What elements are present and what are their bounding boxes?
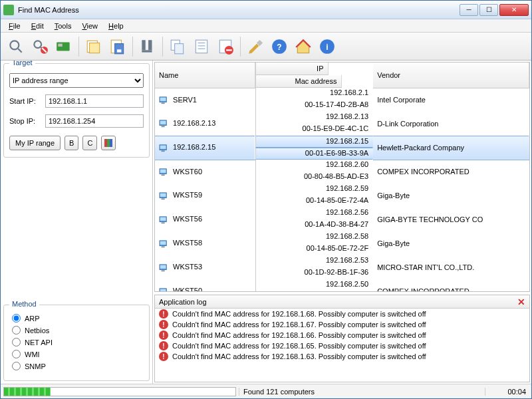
- svg-rect-18: [196, 40, 207, 53]
- table-row[interactable]: WKST53192.168.2.5300-1D-92-BB-1F-36MICRO…: [155, 255, 529, 279]
- help-button[interactable]: ?: [268, 35, 291, 58]
- menu-help[interactable]: Help: [103, 21, 129, 31]
- cell-ip: 192.168.2.58: [255, 231, 374, 243]
- cell-name: SERV1: [155, 88, 255, 112]
- method-radio[interactable]: [12, 338, 21, 346]
- svg-rect-40: [160, 145, 166, 148]
- log-panel: Application log ✕ !Couldn't find MAC add…: [154, 295, 530, 382]
- menu-file[interactable]: File: [3, 21, 26, 31]
- table-row[interactable]: 192.168.2.15192.168.2.1500-01-E6-9B-33-9…: [155, 136, 529, 160]
- cell-ip: 192.168.2.1: [255, 88, 374, 100]
- cell-mac: 00-1A-4D-38-B4-27: [255, 219, 374, 231]
- method-radio[interactable]: [12, 314, 21, 323]
- cell-ip: 192.168.2.53: [255, 255, 374, 267]
- log-row: !Couldn't find MAC address for 192.168.1…: [155, 330, 529, 340]
- svg-rect-12: [117, 49, 122, 52]
- svg-rect-58: [160, 289, 166, 292]
- maximize-button[interactable]: ☐: [479, 4, 498, 16]
- svg-rect-37: [160, 121, 166, 124]
- error-icon: !: [159, 341, 168, 350]
- open-button[interactable]: [82, 35, 105, 58]
- settings-button[interactable]: [244, 35, 267, 58]
- cell-mac: 00-01-E6-9B-33-9A: [255, 148, 374, 160]
- cell-ip: 192.168.2.56: [255, 207, 374, 219]
- svg-rect-15: [142, 50, 152, 52]
- home-button[interactable]: [292, 35, 315, 58]
- method-option[interactable]: SNMP: [9, 362, 144, 370]
- save-button[interactable]: [106, 35, 129, 58]
- cell-vendor: MICRO-STAR INT'L CO.,LTD.: [373, 255, 529, 279]
- log-text: Couldn't find MAC address for 192.168.1.…: [172, 331, 426, 339]
- method-option[interactable]: ARP: [9, 314, 144, 323]
- svg-rect-41: [162, 150, 165, 152]
- delete-button[interactable]: [214, 35, 237, 58]
- log-body[interactable]: !Couldn't find MAC address for 192.168.1…: [155, 309, 529, 382]
- class-c-button[interactable]: C: [82, 136, 97, 150]
- table-row[interactable]: SERV1192.168.2.100-15-17-4D-2B-A8Intel C…: [155, 88, 529, 112]
- cell-name: 192.168.2.15: [155, 136, 255, 160]
- start-ip-input[interactable]: [45, 94, 144, 108]
- menubar: File Edit Tools View Help: [1, 19, 531, 33]
- cell-mac: 00-15-17-4D-2B-A8: [255, 100, 374, 112]
- menu-view[interactable]: View: [76, 21, 103, 31]
- network-card-button[interactable]: [53, 35, 75, 58]
- stop-ip-label: Stop IP:: [9, 117, 41, 125]
- cell-ip: 192.168.2.13: [255, 112, 374, 124]
- method-radio[interactable]: [12, 350, 21, 358]
- cell-ip: 192.168.2.50: [255, 279, 374, 291]
- log-text: Couldn't find MAC address for 192.168.1.…: [172, 310, 426, 318]
- start-ip-label: Start IP:: [9, 97, 41, 105]
- table-row[interactable]: WKST60192.168.2.6000-80-48-B5-AD-E3COMPE…: [155, 160, 529, 184]
- table-row[interactable]: WKST58192.168.2.5800-14-85-0E-72-2FGiga-…: [155, 231, 529, 255]
- app-icon: [3, 5, 14, 15]
- cell-name: WKST53: [155, 255, 255, 279]
- col-ip[interactable]: IP: [255, 63, 329, 75]
- svg-point-2: [34, 41, 41, 48]
- cell-vendor: GIGA-BYTE TECHNOLOGY CO: [373, 207, 529, 231]
- close-button[interactable]: ✕: [499, 4, 529, 16]
- table-row[interactable]: WKST56192.168.2.5600-1A-4D-38-B4-27GIGA-…: [155, 207, 529, 231]
- stop-ip-input[interactable]: [45, 114, 144, 128]
- stop-scan-button[interactable]: [29, 35, 51, 58]
- cell-mac: 00-14-85-0E-72-4A: [255, 196, 374, 207]
- my-ip-range-button[interactable]: My IP range: [9, 136, 61, 150]
- toolbar: ? i: [1, 33, 531, 61]
- titlebar: Find MAC Address ─ ☐ ✕: [1, 1, 531, 19]
- cell-name: WKST59: [155, 184, 255, 207]
- menu-edit[interactable]: Edit: [26, 21, 49, 31]
- col-vendor[interactable]: Vendor: [373, 63, 529, 88]
- method-option[interactable]: NET API: [9, 338, 144, 346]
- table-row[interactable]: WKST59192.168.2.5900-14-85-0E-72-4AGiga-…: [155, 184, 529, 207]
- cell-ip: 192.168.2.59: [255, 184, 374, 196]
- color-picker-button[interactable]: [101, 136, 116, 150]
- table-row[interactable]: 192.168.2.13192.168.2.1300-15-E9-DE-4C-1…: [155, 112, 529, 136]
- cell-name: WKST58: [155, 231, 255, 255]
- target-mode-select[interactable]: IP address range: [9, 73, 144, 88]
- col-name[interactable]: Name: [155, 63, 255, 88]
- method-option[interactable]: WMI: [9, 350, 144, 358]
- cell-vendor: COMPEX INCORPORATED: [373, 279, 529, 292]
- log-row: !Couldn't find MAC address for 192.168.1…: [155, 340, 529, 351]
- svg-rect-32: [110, 139, 112, 147]
- minimize-button[interactable]: ─: [460, 4, 478, 16]
- method-radio[interactable]: [12, 326, 21, 334]
- scan-button[interactable]: [5, 35, 27, 58]
- svg-rect-30: [104, 139, 107, 147]
- table-row[interactable]: WKST50192.168.2.5000-80-48-17-2D-51COMPE…: [155, 279, 529, 292]
- log-row: !Couldn't find MAC address for 192.168.1…: [155, 319, 529, 330]
- about-button[interactable]: i: [316, 35, 338, 58]
- col-mac[interactable]: Mac address: [255, 75, 342, 88]
- svg-rect-14: [148, 40, 152, 50]
- results-table[interactable]: Name IP Mac address Vendor SERV1192.168.…: [154, 62, 530, 292]
- method-radio[interactable]: [12, 362, 21, 370]
- log-close-button[interactable]: ✕: [517, 297, 525, 307]
- menu-tools[interactable]: Tools: [49, 21, 77, 31]
- method-option[interactable]: Netbios: [9, 326, 144, 334]
- class-b-button[interactable]: B: [65, 136, 78, 150]
- error-icon: !: [159, 331, 168, 340]
- report-button[interactable]: [190, 35, 213, 58]
- copy-button[interactable]: [166, 35, 189, 58]
- find-button[interactable]: [136, 35, 159, 58]
- svg-rect-47: [162, 198, 165, 200]
- svg-rect-38: [162, 126, 165, 128]
